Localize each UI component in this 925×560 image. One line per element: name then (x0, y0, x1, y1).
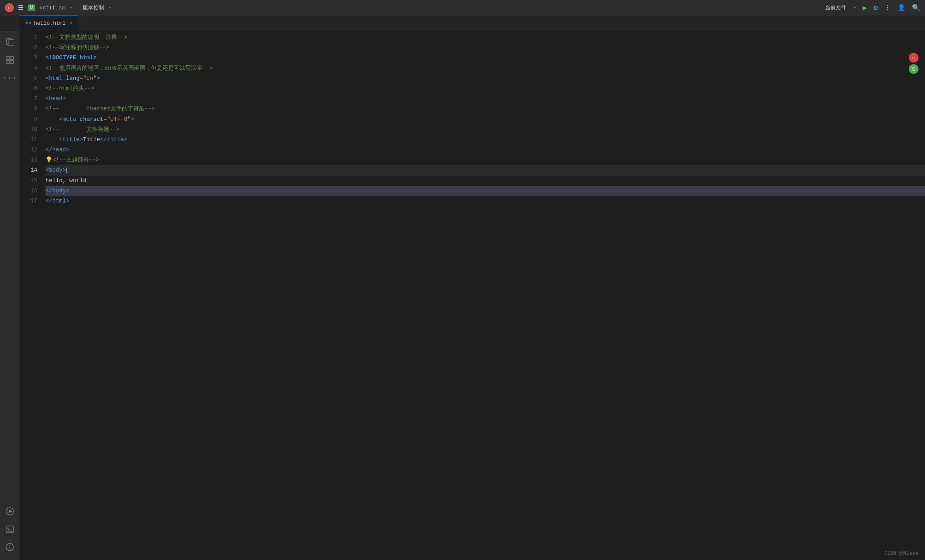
svg-rect-10 (6, 526, 13, 532)
chrome-icon (909, 64, 919, 74)
current-file-dropdown-icon[interactable]: ▾ (854, 5, 856, 10)
svg-rect-6 (6, 60, 9, 64)
code-content[interactable]: <!--文档类型的说明 注释--> <!--写注释的快捷键--> <!DOCTY… (44, 32, 925, 558)
line-num-7: 7 (23, 94, 37, 104)
line-num-2: 2 (23, 43, 37, 53)
version-control-label[interactable]: 版本控制 (83, 4, 104, 11)
code-line-10: <!-- 文件标题--> (45, 125, 925, 135)
activity-item-run[interactable] (2, 503, 18, 519)
debug-icon[interactable]: ⚙ (873, 3, 878, 12)
code-line-2: <!--写注释的快捷键--> (45, 43, 925, 53)
svg-point-19 (912, 68, 915, 70)
svg-text:C: C (912, 56, 915, 60)
line-num-10: 10 (23, 125, 37, 135)
line-num-8: 8 (23, 104, 37, 114)
line-num-9: 9 (23, 114, 37, 125)
play-button[interactable]: ▶ (862, 3, 867, 12)
code-line-16: </body> (45, 186, 925, 196)
main-area: ··· (0, 31, 925, 560)
right-icons: C (909, 53, 919, 74)
activity-item-terminal[interactable] (2, 521, 18, 537)
editor-area: 1 2 3 4 5 6 7 8 9 10 11 12 13 14 15 16 1… (19, 31, 925, 560)
code-line-4: <!--使用语言的地区，en表示英国美国，但是还是可以写汉字--> (45, 63, 925, 73)
code-line-12: </head> (45, 145, 925, 155)
tab-close-icon[interactable]: × (70, 21, 73, 26)
csdn-icon: C (909, 53, 919, 62)
code-line-5: <html lang="en"> (45, 73, 925, 84)
account-icon[interactable]: 👤 (897, 4, 906, 12)
line-num-1: 1 (23, 32, 37, 43)
activity-bar: ··· (0, 31, 19, 560)
app-icon: U (5, 3, 14, 12)
code-line-3: <!DOCTYPE html> (45, 53, 925, 63)
line-num-15: 15 (23, 176, 37, 186)
activity-item-explorer[interactable] (2, 34, 18, 50)
code-line-11: <title>Title</title> (45, 135, 925, 145)
titlebar-left: U ☰ U untitled ▾ 版本控制 ▾ (5, 3, 111, 12)
code-line-15: hello, world (45, 176, 925, 186)
hamburger-icon[interactable]: ☰ (18, 4, 24, 12)
code-line-9: <meta charset="UTF-8"> (45, 114, 925, 125)
tab-file-icon: <> (25, 20, 32, 26)
svg-rect-3 (8, 40, 14, 46)
code-line-8: <!-- charset文件的字符集--> (45, 104, 925, 114)
svg-text:U: U (8, 6, 11, 11)
titlebar-right: 当前文件 ▾ ▶ ⚙ ⋮ 👤 🔍 (825, 3, 920, 12)
line-numbers: 1 2 3 4 5 6 7 8 9 10 11 12 13 14 15 16 1… (19, 32, 44, 558)
svg-rect-5 (10, 56, 13, 60)
svg-point-13 (9, 545, 10, 546)
version-control-dropdown-icon[interactable]: ▾ (109, 5, 111, 10)
current-file-label[interactable]: 当前文件 (825, 4, 846, 11)
line-num-16: 16 (23, 186, 37, 196)
more-options-icon[interactable]: ⋮ (884, 4, 891, 12)
svg-marker-9 (9, 510, 12, 513)
line-num-3: 3 (23, 53, 37, 63)
svg-rect-4 (6, 56, 9, 60)
line-num-14: 14 (23, 165, 37, 175)
tabbar: <> hello.html × (0, 15, 925, 31)
line-num-6: 6 (23, 84, 37, 94)
activity-item-more[interactable]: ··· (2, 70, 18, 86)
activity-bottom (2, 503, 18, 560)
line-num-17: 17 (23, 196, 37, 206)
line-num-13: 13 (23, 155, 37, 165)
code-line-1: <!--文档类型的说明 注释--> (45, 32, 925, 43)
project-name[interactable]: untitled (39, 5, 65, 11)
tab-hello-html[interactable]: <> hello.html × (19, 15, 78, 31)
code-editor[interactable]: 1 2 3 4 5 6 7 8 9 10 11 12 13 14 15 16 1… (19, 31, 925, 560)
code-line-14: <body> (45, 165, 925, 175)
search-icon[interactable]: 🔍 (912, 4, 920, 12)
activity-item-extensions[interactable] (2, 52, 18, 68)
svg-rect-7 (10, 60, 13, 64)
watermark: CSDN @炼Java (884, 550, 919, 557)
activity-item-info[interactable] (2, 539, 18, 555)
project-dropdown-icon[interactable]: ▾ (70, 5, 72, 10)
line-num-5: 5 (23, 73, 37, 84)
code-line-7: <head> (45, 94, 925, 104)
line-num-12: 12 (23, 145, 37, 155)
tab-label: hello.html (34, 20, 66, 26)
code-line-13: 💡<!--主题部分--> (45, 155, 925, 165)
code-line-6: <!--html的头--> (45, 84, 925, 94)
line-num-11: 11 (23, 135, 37, 145)
line-num-4: 4 (23, 63, 37, 73)
titlebar: U ☰ U untitled ▾ 版本控制 ▾ 当前文件 ▾ ▶ ⚙ ⋮ 👤 🔍 (0, 0, 925, 15)
project-badge: U (28, 4, 35, 11)
code-line-17: </html> (45, 196, 925, 206)
